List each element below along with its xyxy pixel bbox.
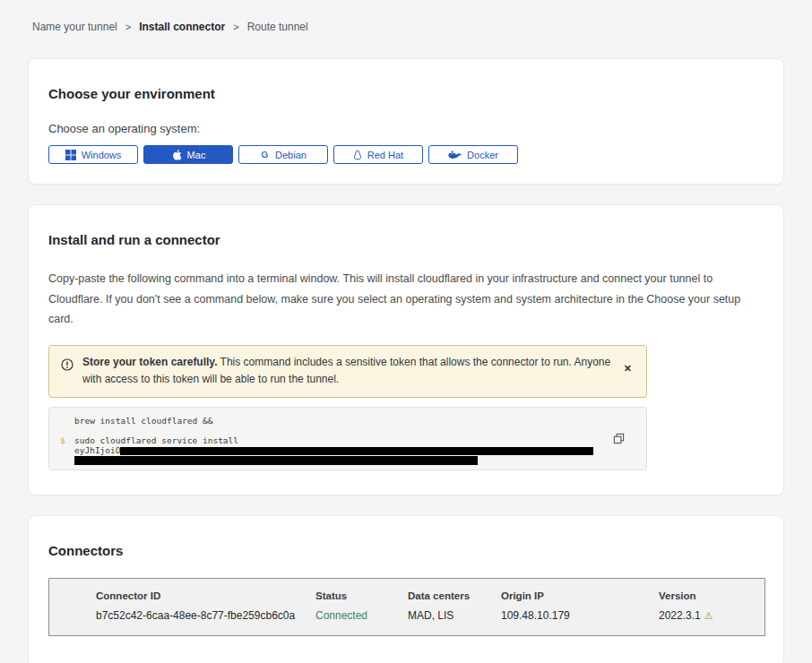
os-button-windows[interactable]: Windows xyxy=(48,145,138,164)
connectors-card: Connectors Connector ID Status Data cent… xyxy=(28,515,784,663)
install-card-title: Install and run a connector xyxy=(48,232,764,247)
redhat-linux-icon xyxy=(353,150,362,160)
environment-card-title: Choose your environment xyxy=(48,86,764,101)
breadcrumb-separator: > xyxy=(233,22,238,32)
redacted-token-bar xyxy=(74,456,478,465)
connector-id-value: b7c52c42-6caa-48ee-8c77-fbe259cb6c0a xyxy=(96,609,315,622)
breadcrumb-name-your-tunnel[interactable]: Name your tunnel xyxy=(32,21,117,33)
version-value: 2022.3.1⚠ xyxy=(659,609,764,622)
connectors-card-title: Connectors xyxy=(48,543,764,558)
connector-table-row: b7c52c42-6caa-48ee-8c77-fbe259cb6c0a Con… xyxy=(96,609,764,622)
status-badge: Connected xyxy=(315,609,408,622)
windows-icon xyxy=(65,150,76,160)
token-warning-text: Store your token carefully. This command… xyxy=(82,354,611,390)
os-button-label: Mac xyxy=(187,150,206,160)
shell-prompt: $ xyxy=(60,435,74,445)
os-button-label: Docker xyxy=(467,150,498,160)
origin-ip-value: 109.48.10.179 xyxy=(501,609,659,622)
token-warning-bold: Store your token carefully. xyxy=(82,356,218,368)
col-header-data-centers: Data centers xyxy=(408,590,501,601)
code-command-install: sudo cloudflared service install xyxy=(74,435,238,445)
os-button-debian[interactable]: Debian xyxy=(238,145,328,164)
token-line: eyJhIjoiO xyxy=(74,445,593,455)
debian-icon xyxy=(260,150,270,159)
apple-icon xyxy=(171,149,182,161)
install-command-code-block: brew install cloudflared && $ sudo cloud… xyxy=(48,407,647,470)
os-select-label: Choose an operating system: xyxy=(48,122,764,135)
token-warning-banner: Store your token carefully. This command… xyxy=(48,345,647,399)
choose-environment-card: Choose your environment Choose an operat… xyxy=(28,58,784,185)
redacted-token-bar xyxy=(120,447,593,455)
copy-icon[interactable] xyxy=(611,431,626,449)
docker-whale-icon xyxy=(448,150,462,159)
col-header-status: Status xyxy=(315,590,408,601)
connectors-table: Connector ID Status Data centers Origin … xyxy=(48,578,765,636)
os-button-mac[interactable]: Mac xyxy=(143,145,233,164)
close-icon[interactable]: ✕ xyxy=(620,361,635,376)
breadcrumb: Name your tunnel > Install connector > R… xyxy=(28,0,784,33)
col-header-connector-id: Connector ID xyxy=(96,590,315,601)
code-gutter xyxy=(60,416,74,426)
alert-circle-icon xyxy=(61,358,73,375)
breadcrumb-route-tunnel[interactable]: Route tunnel xyxy=(247,21,308,33)
connectors-table-header: Connector ID Status Data centers Origin … xyxy=(96,590,764,601)
data-centers-value: MAD, LIS xyxy=(408,609,501,622)
breadcrumb-install-connector[interactable]: Install connector xyxy=(139,21,225,33)
os-button-label: Windows xyxy=(82,150,122,160)
code-gutter xyxy=(60,445,74,455)
breadcrumb-separator: > xyxy=(125,22,131,32)
os-button-label: Red Hat xyxy=(367,150,403,160)
os-button-redhat[interactable]: Red Hat xyxy=(333,145,423,164)
tunnel-setup-page: Name your tunnel > Install connector > R… xyxy=(0,0,812,663)
install-description: Copy-paste the following command into a … xyxy=(48,269,764,330)
code-command-brew: brew install cloudflared && xyxy=(74,416,212,426)
col-header-origin-ip: Origin IP xyxy=(501,590,659,601)
col-header-version: Version xyxy=(659,590,764,601)
os-button-label: Debian xyxy=(275,150,307,160)
install-connector-card: Install and run a connector Copy-paste t… xyxy=(28,204,784,495)
version-warning-icon: ⚠ xyxy=(704,610,713,622)
os-button-group: Windows Mac Debian Red Hat xyxy=(48,145,764,164)
os-button-docker[interactable]: Docker xyxy=(428,145,518,164)
